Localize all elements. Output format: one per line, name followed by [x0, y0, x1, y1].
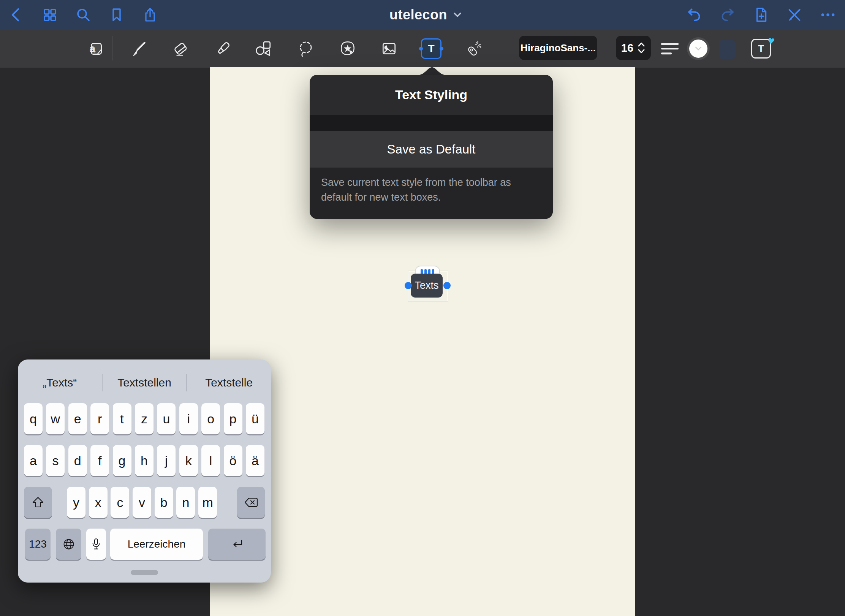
suggestion-2[interactable]: Textstelle [187, 367, 271, 398]
globe-key[interactable] [56, 529, 81, 560]
svg-text:a: a [90, 43, 95, 54]
redo-button[interactable] [717, 4, 738, 25]
image-icon [380, 40, 398, 57]
share-icon [142, 6, 158, 23]
eraser-tool[interactable] [169, 37, 192, 60]
key-ä[interactable]: ä [246, 445, 264, 476]
key-b[interactable]: b [155, 487, 173, 518]
keyboard-row-3: yxcvbnm [67, 487, 217, 518]
undo-icon [685, 6, 703, 24]
selection-dot-left [419, 47, 423, 51]
key-u[interactable]: u [157, 403, 176, 434]
key-s[interactable]: s [46, 445, 65, 476]
key-d[interactable]: d [68, 445, 87, 476]
pen-icon [130, 40, 148, 57]
highlighter-tool[interactable] [212, 37, 234, 60]
text-box-content: Texts [415, 280, 438, 291]
key-a[interactable]: a [24, 445, 43, 476]
key-k[interactable]: k [179, 445, 198, 476]
pen-tool[interactable] [128, 37, 150, 60]
elements-tool[interactable] [336, 37, 359, 60]
document-title-button[interactable]: utelecon [389, 7, 462, 23]
page-title: utelecon [389, 7, 447, 23]
key-m[interactable]: m [198, 487, 217, 518]
key-c[interactable]: c [111, 487, 129, 518]
favorite-text-label: T [758, 43, 764, 55]
favorite-text-style-button[interactable]: T ♥ [751, 39, 771, 59]
key-i[interactable]: i [179, 403, 198, 434]
return-key[interactable] [208, 529, 266, 560]
keyboard-row-2: asdfghjklöä [24, 445, 264, 476]
font-size-stepper[interactable]: 16 [616, 36, 651, 60]
dictation-key[interactable] [86, 529, 106, 560]
suggestion-bar: „Texts“ Textstellen Textstelle [18, 367, 271, 398]
readonly-pen-icon [786, 6, 803, 24]
bookmark-button[interactable] [106, 4, 127, 25]
suggestion-quoted[interactable]: „Texts“ [18, 367, 102, 398]
key-l[interactable]: l [201, 445, 220, 476]
redo-icon [719, 6, 736, 24]
key-j[interactable]: j [157, 445, 176, 476]
lasso-icon [297, 40, 315, 57]
space-key[interactable]: Leerzeichen [110, 529, 203, 560]
text-color-button[interactable] [687, 37, 710, 60]
microphone-icon [92, 538, 101, 550]
thumbnails-button[interactable] [39, 4, 60, 25]
laser-tool[interactable] [462, 37, 484, 60]
backspace-key[interactable] [237, 487, 265, 518]
toolbar-divider [112, 36, 112, 60]
keyboard-drag-handle[interactable] [131, 570, 158, 575]
readonly-mode-button[interactable] [784, 4, 805, 25]
shapes-tool[interactable] [252, 37, 275, 60]
key-x[interactable]: x [89, 487, 108, 518]
search-button[interactable] [73, 4, 94, 25]
lasso-tool[interactable] [295, 37, 318, 60]
keyboard-row-1: qwertzuiopü [24, 403, 264, 434]
key-h[interactable]: h [135, 445, 153, 476]
add-page-button[interactable] [750, 4, 772, 25]
key-e[interactable]: e [68, 403, 87, 434]
key-o[interactable]: o [201, 403, 220, 434]
image-tool[interactable] [378, 37, 400, 60]
app-screen: utelecon [0, 0, 845, 616]
key-g[interactable]: g [113, 445, 131, 476]
font-name-label: HiraginoSans-... [521, 42, 596, 54]
key-w[interactable]: w [46, 403, 65, 434]
key-ö[interactable]: ö [224, 445, 242, 476]
backspace-icon [244, 497, 258, 508]
share-button[interactable] [139, 4, 161, 25]
key-p[interactable]: p [224, 403, 242, 434]
stepper-chevrons-icon [637, 41, 646, 55]
writing-aid-tool[interactable]: a [84, 37, 107, 60]
back-icon [8, 6, 25, 23]
text-styling-popover: Text Styling Save as Default Save curren… [310, 75, 553, 219]
text-tool-selected[interactable]: T [421, 38, 441, 59]
text-align-button[interactable] [661, 43, 679, 54]
key-q[interactable]: q [24, 403, 43, 434]
resize-handle-left[interactable] [405, 282, 412, 289]
chevron-down-icon [695, 46, 702, 51]
shift-icon [32, 496, 44, 508]
text-box[interactable]: Texts [411, 274, 443, 298]
key-r[interactable]: r [90, 403, 109, 434]
key-t[interactable]: t [113, 403, 131, 434]
back-button[interactable] [6, 4, 27, 25]
key-f[interactable]: f [90, 445, 109, 476]
suggestion-1[interactable]: Textstellen [103, 367, 187, 398]
numbers-key[interactable]: 123 [25, 529, 51, 560]
save-as-default-button[interactable]: Save as Default [310, 131, 553, 168]
key-y[interactable]: y [67, 487, 85, 518]
resize-handle-right[interactable] [443, 282, 451, 289]
font-name-button[interactable]: HiraginoSans-... [519, 36, 597, 60]
key-n[interactable]: n [176, 487, 195, 518]
shift-key[interactable] [24, 487, 52, 518]
key-v[interactable]: v [133, 487, 151, 518]
add-page-icon [752, 6, 770, 24]
selection-dot-right [440, 47, 443, 51]
more-button[interactable] [817, 4, 839, 25]
shapes-icon [255, 40, 272, 57]
text-background-swatch[interactable] [719, 40, 736, 59]
key-ü[interactable]: ü [246, 403, 264, 434]
key-z[interactable]: z [135, 403, 153, 434]
undo-button[interactable] [684, 4, 705, 25]
